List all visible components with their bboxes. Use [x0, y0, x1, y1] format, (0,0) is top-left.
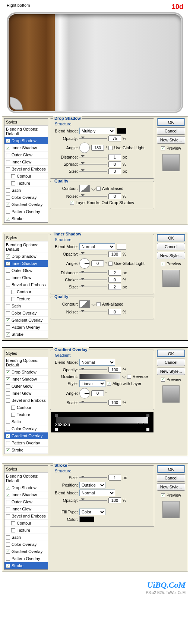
- contour-picker[interactable]: [79, 300, 90, 308]
- checkbox[interactable]: ✓: [6, 550, 10, 554]
- style-item-drop[interactable]: ✓Drop Shadow: [4, 484, 48, 491]
- ugl-checkbox[interactable]: [108, 146, 113, 150]
- checkbox[interactable]: [11, 413, 15, 417]
- style-select[interactable]: Linear: [79, 380, 105, 387]
- size-input[interactable]: [108, 475, 121, 481]
- checkbox[interactable]: [6, 514, 10, 518]
- r3-input[interactable]: [108, 168, 121, 174]
- checkbox[interactable]: [11, 181, 15, 185]
- style-item-gradovl[interactable]: ✓Gradient Overlay: [4, 201, 48, 208]
- r1-slider[interactable]: [79, 272, 107, 273]
- style-item-texture[interactable]: Texture: [4, 180, 48, 187]
- style-item-inner[interactable]: ✓Inner Shadow: [4, 376, 48, 383]
- checkbox[interactable]: [6, 535, 10, 540]
- style-item-patovl[interactable]: Pattern Overlay: [4, 440, 48, 447]
- style-item-iglow[interactable]: Inner Glow: [4, 159, 48, 166]
- opacity-slider[interactable]: [79, 369, 107, 370]
- r3-slider[interactable]: [79, 171, 107, 172]
- chevron-down-icon[interactable]: [122, 374, 126, 378]
- checkbox[interactable]: [6, 500, 10, 504]
- checkbox[interactable]: [6, 325, 10, 329]
- r2-input[interactable]: [108, 277, 121, 283]
- contour-picker[interactable]: [79, 185, 90, 192]
- style-item-bevel[interactable]: Bevel and Emboss: [4, 166, 48, 173]
- checkbox[interactable]: ✓: [6, 332, 10, 337]
- checkbox[interactable]: ✓: [6, 370, 10, 374]
- stop-bot-left[interactable]: [54, 428, 58, 431]
- preview-checkbox[interactable]: ✓: [161, 378, 165, 382]
- checkbox[interactable]: [6, 507, 10, 511]
- style-item-inner[interactable]: ✓Inner Shadow: [4, 260, 48, 267]
- style-item-covl[interactable]: Color Overlay: [4, 194, 48, 201]
- cancel-button[interactable]: Cancel: [157, 359, 185, 366]
- blending-options[interactable]: Blending Options: Default: [4, 241, 48, 253]
- checkbox[interactable]: [6, 441, 10, 445]
- style-item-oglow[interactable]: Outer Glow: [4, 151, 48, 159]
- checkbox[interactable]: ✓: [6, 146, 10, 150]
- checkbox[interactable]: [11, 174, 15, 178]
- blend-select[interactable]: Normal: [79, 359, 115, 366]
- style-item-gradovl[interactable]: ✓Gradient Overlay: [4, 432, 48, 440]
- r2-slider[interactable]: [79, 279, 107, 280]
- style-item-patovl[interactable]: Pattern Overlay: [4, 208, 48, 215]
- opacity-slider[interactable]: [79, 254, 107, 254]
- blend-select[interactable]: Normal: [79, 490, 115, 496]
- angle-input[interactable]: [91, 145, 104, 151]
- chevron-down-icon[interactable]: [91, 186, 95, 190]
- checkbox[interactable]: ✓: [6, 448, 10, 452]
- blending-options[interactable]: Blending Options: Default: [4, 357, 48, 369]
- style-item-satin[interactable]: Satin: [4, 534, 48, 541]
- style-item-bevel[interactable]: Bevel and Emboss: [4, 513, 48, 520]
- style-item-drop[interactable]: ✓Drop Shadow: [4, 253, 48, 260]
- checkbox[interactable]: ✓: [6, 377, 10, 381]
- checkbox[interactable]: [6, 311, 10, 315]
- checkbox[interactable]: ✓: [6, 493, 10, 497]
- checkbox[interactable]: [6, 420, 10, 424]
- preview-checkbox[interactable]: ✓: [161, 493, 165, 497]
- checkbox[interactable]: [6, 384, 10, 388]
- checkbox[interactable]: [11, 528, 15, 532]
- style-item-contour[interactable]: Contour: [4, 404, 48, 411]
- style-item-oglow[interactable]: Outer Glow: [4, 267, 48, 274]
- style-item-stroke[interactable]: ✓Stroke: [4, 447, 48, 454]
- r2-slider[interactable]: [79, 164, 107, 165]
- chevron-down-icon[interactable]: [91, 302, 95, 306]
- checkbox[interactable]: ✓: [6, 318, 10, 322]
- scale-input[interactable]: [108, 400, 121, 406]
- style-item-oglow[interactable]: Outer Glow: [4, 498, 48, 506]
- angle-input[interactable]: [91, 390, 104, 396]
- checkbox[interactable]: [6, 427, 10, 431]
- noise-slider[interactable]: [79, 312, 107, 312]
- style-item-texture[interactable]: Texture: [4, 527, 48, 534]
- r2-input[interactable]: [108, 161, 121, 167]
- cancel-button[interactable]: Cancel: [157, 243, 185, 250]
- cancel-button[interactable]: Cancel: [157, 474, 185, 482]
- angle-dial[interactable]: [79, 258, 90, 269]
- checkbox[interactable]: ✓: [6, 434, 10, 438]
- style-item-contour[interactable]: Contour: [4, 173, 48, 180]
- style-item-texture[interactable]: Texture: [4, 411, 48, 418]
- ok-button[interactable]: OK: [157, 118, 185, 126]
- aa-checkbox[interactable]: [96, 302, 101, 306]
- checkbox[interactable]: [6, 188, 10, 193]
- blending-options[interactable]: Blending Options: Default: [4, 473, 48, 484]
- r3-input[interactable]: [108, 284, 121, 290]
- stop-top-right[interactable]: [146, 413, 150, 417]
- blend-select[interactable]: Normal: [79, 243, 115, 250]
- style-item-oglow[interactable]: Outer Glow: [4, 383, 48, 390]
- color-swatch[interactable]: [117, 244, 126, 250]
- r1-slider[interactable]: [79, 157, 107, 157]
- opacity-slider[interactable]: [79, 138, 107, 139]
- style-item-stroke[interactable]: ✓Stroke: [4, 331, 48, 338]
- style-item-drop[interactable]: ✓Drop Shadow: [4, 369, 48, 376]
- stop-top-left[interactable]: [54, 413, 58, 417]
- ok-button[interactable]: OK: [157, 465, 185, 473]
- style-item-iglow[interactable]: Inner Glow: [4, 390, 48, 397]
- gradient-editor[interactable]: 363636e7e7e7: [51, 412, 153, 432]
- checkbox[interactable]: [6, 160, 10, 164]
- opacity-input[interactable]: [108, 497, 121, 503]
- style-item-drop[interactable]: ✓Drop Shadow: [4, 137, 48, 144]
- new-style-button[interactable]: New Style...: [157, 252, 185, 259]
- angle-input[interactable]: [91, 260, 104, 266]
- opacity-input[interactable]: [108, 251, 121, 257]
